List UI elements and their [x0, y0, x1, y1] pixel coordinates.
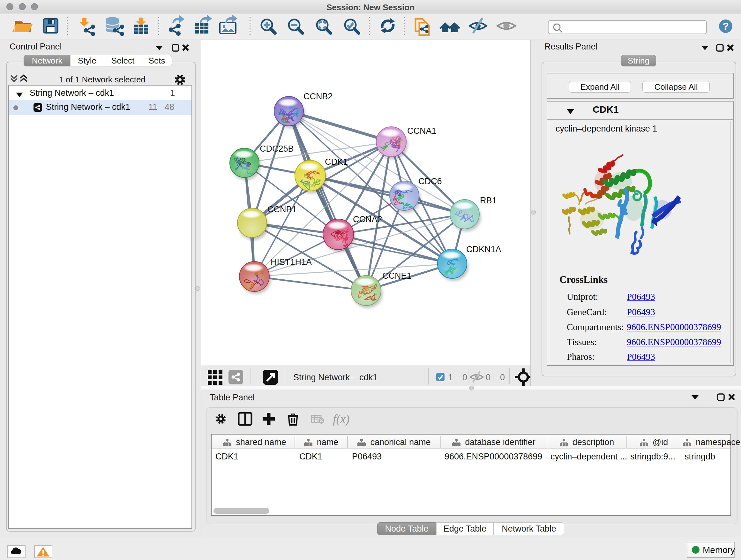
svg-text:RB1: RB1 — [480, 196, 497, 205]
svg-text:CCNA2: CCNA2 — [353, 214, 382, 224]
svg-text:0 – 0: 0 – 0 — [486, 373, 505, 382]
svg-text:CCNB1: CCNB1 — [267, 205, 297, 214]
svg-text:1 – 0: 1 – 0 — [448, 373, 467, 382]
svg-text:CCNA1: CCNA1 — [407, 126, 436, 136]
svg-text:f(x): f(x) — [333, 412, 350, 426]
svg-text:?: ? — [723, 20, 729, 32]
svg-text:CDKN1A: CDKN1A — [466, 245, 501, 254]
svg-text:CCNB2: CCNB2 — [304, 91, 333, 101]
svg-text:CCNE1: CCNE1 — [382, 271, 412, 281]
svg-text:CDC25B: CDC25B — [260, 144, 294, 153]
svg-text:String Network – cdk1: String Network – cdk1 — [293, 373, 378, 382]
svg-text:HIST1H1A: HIST1H1A — [271, 257, 312, 267]
svg-text:CDC6: CDC6 — [418, 177, 442, 186]
svg-text:CDK1: CDK1 — [325, 157, 348, 167]
